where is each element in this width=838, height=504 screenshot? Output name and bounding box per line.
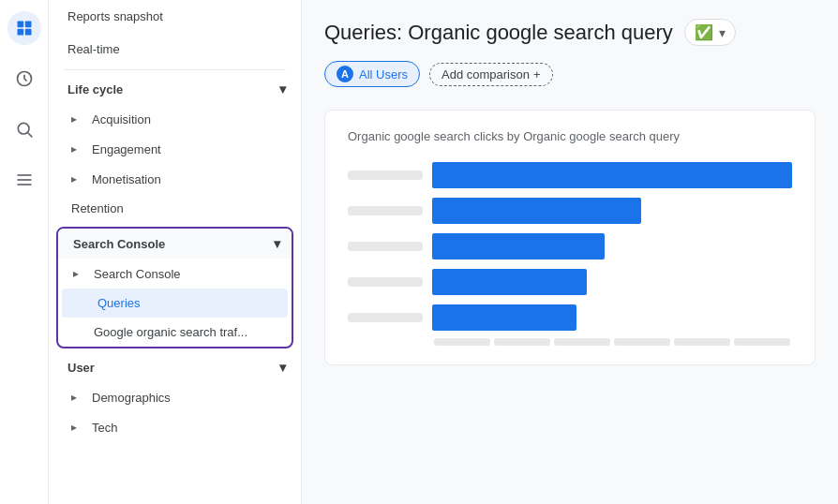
svg-rect-2	[17, 29, 23, 36]
chart-bar-row	[348, 198, 792, 224]
sc-chevron-icon	[274, 236, 280, 251]
badge-chevron-icon: ▾	[719, 25, 726, 40]
all-users-label: All Users	[359, 67, 408, 82]
svg-rect-0	[17, 22, 23, 28]
sidebar-item-demographics[interactable]: Demographics	[49, 382, 301, 412]
sidebar-divider	[64, 69, 286, 70]
x-axis-tick	[494, 338, 550, 346]
bar-label	[348, 206, 423, 215]
bar-fill	[432, 162, 792, 188]
sidebar-item-queries[interactable]: Queries	[62, 289, 288, 318]
bar-track	[432, 304, 792, 331]
all-users-filter[interactable]: A All Users	[324, 61, 420, 87]
sidebar-section-lifecycle-header[interactable]: Life cycle	[49, 74, 301, 104]
chart-x-axis	[348, 338, 792, 346]
x-axis-tick	[434, 338, 490, 346]
bar-track	[432, 233, 792, 259]
nav-icon-list[interactable]	[7, 163, 41, 197]
bar-track	[432, 162, 792, 188]
x-axis-tick	[554, 338, 610, 346]
svg-rect-1	[24, 22, 31, 28]
chart-bar-row	[348, 162, 792, 188]
sidebar-item-retention[interactable]: Retention	[49, 194, 301, 223]
bar-track	[432, 198, 792, 224]
sidebar-item-search-console-parent[interactable]: Search Console	[58, 259, 292, 289]
chart-card: Organic google search clicks by Organic …	[324, 110, 816, 365]
chart-container	[348, 162, 792, 331]
sidebar-item-real-time[interactable]: Real-time	[49, 33, 301, 66]
chart-bar-row	[348, 304, 792, 331]
sc-arrow-icon	[73, 266, 88, 281]
bar-fill	[432, 198, 641, 224]
nav-icon-realtime[interactable]	[7, 62, 41, 96]
x-axis-tick	[674, 338, 730, 346]
svg-line-6	[27, 133, 32, 138]
search-console-section: Search Console Search Console Queries Go…	[56, 227, 293, 348]
sidebar-item-tech[interactable]: Tech	[49, 412, 301, 442]
sidebar-section-user-header[interactable]: User	[49, 352, 301, 382]
icon-rail	[0, 0, 49, 504]
svg-rect-9	[17, 184, 31, 185]
nav-icon-explore[interactable]	[7, 112, 41, 146]
svg-rect-3	[24, 29, 31, 36]
user-chevron-icon	[279, 360, 286, 375]
title-status-badge[interactable]: ✅ ▾	[684, 19, 736, 46]
filter-row: A All Users Add comparison +	[324, 61, 816, 87]
sidebar-item-acquisition[interactable]: Acquisition	[49, 104, 301, 134]
add-comparison-button[interactable]: Add comparison +	[429, 63, 553, 86]
bar-track	[432, 269, 792, 295]
sidebar: Reports snapshot Real-time Life cycle Ac…	[49, 0, 302, 504]
arrow-icon	[71, 141, 86, 156]
bar-label	[348, 277, 423, 287]
sidebar-section-lifecycle: Life cycle Acquisition Engagement Moneti…	[49, 74, 301, 223]
bar-label	[348, 170, 423, 180]
chart-bar-row	[348, 233, 792, 259]
main-content: Queries: Organic google search query ✅ ▾…	[302, 0, 838, 504]
sidebar-item-google-organic[interactable]: Google organic search traf...	[58, 318, 292, 347]
chart-title: Organic google search clicks by Organic …	[348, 129, 792, 143]
nav-icon-home[interactable]	[7, 11, 41, 45]
sidebar-item-engagement[interactable]: Engagement	[49, 134, 301, 164]
bar-fill	[432, 269, 587, 295]
page-title: Queries: Organic google search query	[324, 21, 673, 45]
svg-rect-8	[17, 179, 31, 181]
bar-fill	[432, 304, 576, 331]
lifecycle-chevron-icon	[279, 82, 286, 96]
arrow-icon	[71, 390, 86, 405]
page-header: Queries: Organic google search query ✅ ▾	[324, 19, 816, 46]
all-users-avatar: A	[337, 66, 353, 82]
add-comparison-label: Add comparison	[441, 67, 530, 82]
check-circle-icon: ✅	[695, 23, 713, 41]
search-console-section-header[interactable]: Search Console	[58, 229, 292, 259]
bar-label	[348, 313, 423, 322]
sidebar-section-user: User Demographics Tech	[49, 352, 301, 442]
chart-bar-row	[348, 269, 792, 295]
sidebar-item-monetisation[interactable]: Monetisation	[49, 164, 301, 194]
arrow-icon	[71, 111, 86, 126]
svg-point-5	[18, 123, 29, 134]
bar-label	[348, 242, 423, 251]
bar-fill	[432, 233, 605, 259]
sidebar-item-reports-snapshot[interactable]: Reports snapshot	[49, 0, 301, 33]
x-axis-tick	[614, 338, 670, 346]
x-axis-tick	[734, 338, 790, 346]
add-comparison-plus-icon: +	[533, 67, 541, 82]
arrow-icon	[71, 420, 86, 435]
arrow-icon	[71, 171, 86, 186]
svg-rect-7	[17, 174, 31, 176]
